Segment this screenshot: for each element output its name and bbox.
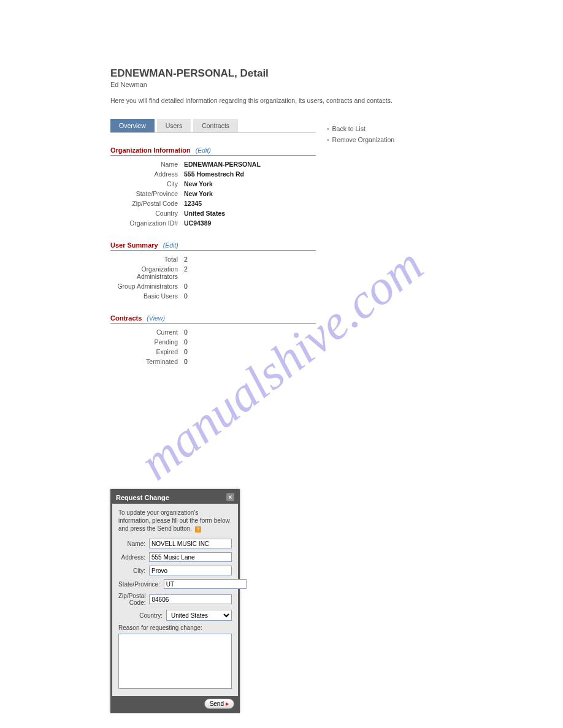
table-row: Organization Administrators2	[110, 264, 316, 281]
country-select[interactable]: United States	[166, 610, 232, 621]
label: Terminated	[110, 358, 184, 365]
label: Group Administrators	[110, 282, 184, 290]
table-row: Basic Users0	[110, 291, 316, 301]
value: 0	[184, 282, 188, 290]
zip-field[interactable]	[149, 594, 232, 604]
value: 12345	[184, 200, 202, 207]
table-row: Zip/Postal Code12345	[110, 199, 316, 208]
value: 555 Homestrech Rd	[184, 170, 244, 178]
name-field[interactable]	[149, 539, 232, 548]
reason-textarea[interactable]	[118, 634, 232, 689]
value: New York	[184, 180, 213, 188]
value: UC94389	[184, 219, 211, 227]
table-row: Address555 Homestrech Rd	[110, 169, 316, 179]
edit-user-summary-link[interactable]: (Edit)	[163, 241, 178, 249]
dialog-footer: Send	[112, 696, 238, 711]
dialog-title: Request Change	[116, 494, 169, 501]
org-info-table: NameEDNEWMAN-PERSONAL Address555 Homestr…	[110, 159, 316, 228]
label: Organization ID#	[110, 219, 184, 227]
dialog-titlebar: Request Change ×	[112, 491, 238, 504]
page-title: EDNEWMAN-PERSONAL, Detail	[110, 67, 453, 80]
section-header-contracts: Contracts (View)	[110, 314, 316, 324]
value: 2	[184, 256, 188, 263]
label: Organization Administrators	[110, 265, 184, 280]
value: 0	[184, 348, 188, 355]
edit-org-info-link[interactable]: (Edit)	[196, 146, 211, 154]
address-field[interactable]	[149, 552, 232, 562]
label: City	[110, 180, 184, 188]
arrow-right-icon	[226, 702, 229, 706]
label: Expired	[110, 348, 184, 355]
section-title-user-summary: User Summary	[110, 241, 158, 249]
view-contracts-link[interactable]: (View)	[147, 314, 165, 322]
page-description: Here you will find detailed information …	[110, 97, 453, 104]
label: Country	[110, 210, 184, 217]
back-to-list-link[interactable]: Back to List	[327, 125, 394, 132]
form-row-country: Country: United States	[118, 610, 232, 621]
value: 0	[184, 292, 188, 300]
section-header-org-info: Organization Information (Edit)	[110, 146, 316, 156]
label: Pending	[110, 338, 184, 346]
zip-label: Zip/Postal Code:	[118, 593, 149, 606]
form-row-address: Address:	[118, 552, 232, 562]
state-label: State/Province:	[118, 581, 164, 588]
value: 2	[184, 265, 188, 280]
form-row-state: State/Province:	[118, 579, 232, 589]
label: Name	[110, 161, 184, 168]
value: 0	[184, 338, 188, 346]
label: Current	[110, 328, 184, 336]
label: Basic Users	[110, 292, 184, 300]
table-row: NameEDNEWMAN-PERSONAL	[110, 159, 316, 169]
contracts-table: Current0 Pending0 Expired0 Terminated0	[110, 327, 316, 366]
dialog-intro: To update your organization's informatio…	[118, 509, 232, 533]
tab-users[interactable]: Users	[157, 119, 191, 132]
help-icon[interactable]: ?	[195, 526, 201, 533]
table-row: Group Administrators0	[110, 281, 316, 291]
label: Address	[110, 170, 184, 178]
table-row: State/ProvinceNew York	[110, 189, 316, 199]
reason-label: Reason for requesting change:	[118, 624, 232, 631]
section-header-user-summary: User Summary (Edit)	[110, 241, 316, 251]
table-row: Pending0	[110, 337, 316, 347]
tabs: Overview Users Contracts	[110, 119, 316, 133]
value: 0	[184, 328, 188, 336]
table-row: CityNew York	[110, 179, 316, 189]
close-icon[interactable]: ×	[226, 493, 234, 501]
name-label: Name:	[118, 540, 149, 547]
label: Zip/Postal Code	[110, 200, 184, 207]
tab-contracts[interactable]: Contracts	[193, 119, 238, 132]
form-row-zip: Zip/Postal Code:	[118, 593, 232, 606]
value: EDNEWMAN-PERSONAL	[184, 161, 261, 168]
label: Total	[110, 256, 184, 263]
user-summary-table: Total2 Organization Administrators2 Grou…	[110, 254, 316, 301]
section-title-contracts: Contracts	[110, 314, 142, 322]
table-row: Total2	[110, 254, 316, 264]
dialog-intro-text: To update your organization's informatio…	[118, 509, 230, 532]
value: New York	[184, 190, 213, 197]
request-change-dialog: Request Change × To update your organiza…	[110, 489, 240, 713]
form-row-city: City:	[118, 566, 232, 575]
city-label: City:	[118, 567, 149, 574]
state-field[interactable]	[164, 579, 247, 589]
form-row-name: Name:	[118, 539, 232, 548]
value: United States	[184, 210, 225, 217]
table-row: Expired0	[110, 347, 316, 357]
send-button[interactable]: Send	[204, 699, 234, 709]
table-row: Current0	[110, 327, 316, 337]
table-row: Terminated0	[110, 357, 316, 366]
city-field[interactable]	[149, 566, 232, 575]
address-label: Address:	[118, 554, 149, 561]
tab-overview[interactable]: Overview	[110, 119, 155, 132]
value: 0	[184, 358, 188, 365]
page-subtitle: Ed Newman	[110, 81, 453, 88]
table-row: CountryUnited States	[110, 208, 316, 218]
send-button-label: Send	[210, 700, 224, 707]
label: State/Province	[110, 190, 184, 197]
section-title-org-info: Organization Information	[110, 146, 191, 154]
table-row: Organization ID#UC94389	[110, 218, 316, 228]
remove-organization-link[interactable]: Remove Organization	[327, 136, 394, 143]
country-label: Country:	[118, 612, 166, 619]
